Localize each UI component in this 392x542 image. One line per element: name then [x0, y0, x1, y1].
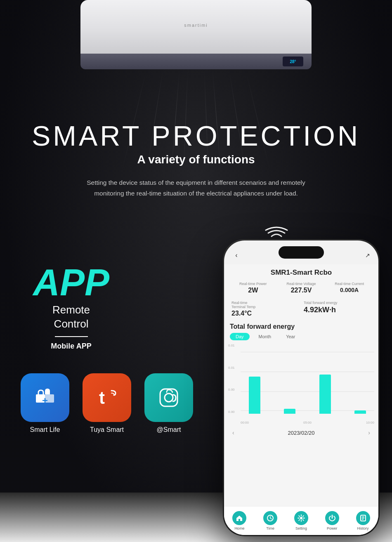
smart-life-icon-box[interactable] [21, 373, 69, 422]
stat-temp-value: 23.4°C [231, 310, 299, 317]
nav-time-label: Time [266, 526, 274, 530]
svg-point-13 [165, 394, 173, 402]
tuya-smart-label: Tuya Smart [90, 426, 124, 434]
nav-power[interactable]: Power [325, 511, 339, 530]
app-title-text: APP [33, 264, 109, 301]
stat-power-label: Real-time Power [231, 282, 275, 286]
phone-outer: ‹ ↗ SMR1-Smart Rcbo Real-time Power 2W [223, 239, 380, 536]
nav-history-icon [356, 511, 370, 525]
phone-mockup: ‹ ↗ SMR1-Smart Rcbo Real-time Power 2W [223, 239, 380, 536]
stat-voltage-value: 227.5V [280, 287, 323, 294]
bar-1 [249, 377, 260, 414]
tab-day[interactable]: Day [230, 333, 250, 340]
date-next-button[interactable]: › [368, 429, 370, 436]
bar-4 [354, 410, 366, 414]
asmart-icon-box[interactable] [144, 373, 193, 422]
nav-home-label: Home [234, 526, 244, 530]
phone-inner: ‹ ↗ SMR1-Smart Rcbo Real-time Power 2W [224, 240, 378, 535]
ac-bottom-bar: 28° [80, 54, 312, 69]
asmart-app: @Smart [144, 373, 193, 434]
chart-x-labels: 00:00 05:00 10:00 [241, 421, 374, 424]
chart-y-labels: 0.01 0.01 0.00 0.00 [228, 344, 235, 414]
remote-control-text: RemoteControl [33, 303, 109, 331]
stat-current-label: Real-time Current [328, 282, 371, 286]
tab-year[interactable]: Year [280, 333, 301, 340]
description-text: Setting the device status of the equipme… [72, 177, 320, 199]
stats-row2: Real-timeTerminal Temp 23.4°C Total forw… [224, 299, 378, 321]
nav-home-icon [232, 511, 246, 525]
x-label-3: 10:00 [366, 421, 374, 424]
title-sub: A variety of functions [0, 153, 392, 166]
chart-title: Total forward energy [224, 321, 378, 333]
x-label-1: 00:00 [241, 421, 249, 424]
main-title-block: SMART PROTECTION A variety of functions [0, 122, 392, 166]
bar-3 [319, 375, 331, 414]
stat-voltage: Real-time Voltage 227.5V [277, 280, 326, 296]
mobile-app-label: Mobile APP [33, 342, 109, 351]
chart-area: 0.01 0.01 0.00 0.00 [224, 344, 378, 426]
ac-brand-label: smartimi [184, 23, 208, 28]
tuya-icon-box[interactable]: t [83, 373, 131, 422]
phone-bottom-nav: Home Time Setting [224, 506, 378, 535]
nav-time[interactable]: Time [263, 511, 277, 530]
y-label-2: 0.01 [228, 366, 235, 370]
stat-energy-value: 4.92kW·h [304, 306, 371, 314]
date-nav: ‹ 2023/02/20 › [224, 426, 378, 439]
svg-point-15 [300, 517, 302, 519]
y-label-4: 0.00 [228, 410, 235, 414]
smart-life-label: Smart Life [30, 426, 60, 434]
stat-energy: Total forward energy 4.92kW·h [301, 299, 373, 319]
stat-current-value: 0.000A [328, 287, 371, 293]
phone-content: SMR1-Smart Rcbo Real-time Power 2W Real-… [224, 264, 378, 506]
chart-tabs: Day Month Year [224, 333, 378, 344]
y-label-1: 0.01 [228, 344, 235, 347]
stat-energy-label: Total forward energy [304, 301, 371, 305]
nav-setting-icon [294, 511, 308, 525]
chart-bars [241, 348, 374, 414]
divider-line [55, 336, 88, 337]
hero-section: smartimi 28° SMAR [0, 0, 392, 542]
stat-power: Real-time Power 2W [229, 280, 277, 296]
x-label-2: 05:00 [303, 421, 312, 424]
phone-dynamic-island [279, 246, 324, 259]
nav-power-label: Power [327, 526, 338, 530]
y-label-3: 0.00 [228, 388, 235, 391]
app-icons-row: Smart Life t Tuya Smart [21, 373, 193, 434]
phone-back-button[interactable]: ‹ [232, 251, 241, 259]
date-prev-button[interactable]: ‹ [232, 429, 234, 436]
svg-rect-9 [36, 394, 45, 403]
svg-rect-10 [45, 394, 54, 403]
tuya-smart-app: t Tuya Smart [83, 373, 131, 434]
svg-rect-12 [160, 389, 177, 406]
phone-expand-button[interactable]: ↗ [365, 252, 370, 259]
stat-power-value: 2W [231, 287, 275, 294]
app-remote-section: APP RemoteControl Mobile APP [33, 264, 109, 351]
title-main: SMART PROTECTION [0, 122, 392, 150]
nav-power-icon [325, 511, 339, 525]
stat-temp-label: Real-timeTerminal Temp [231, 301, 299, 309]
ac-display: 28° [283, 57, 303, 66]
smart-life-app: Smart Life [21, 373, 69, 434]
svg-text:t: t [99, 388, 105, 408]
stat-temp: Real-timeTerminal Temp 23.4°C [229, 299, 301, 319]
tab-month[interactable]: Month [253, 333, 277, 340]
device-name: SMR1-Smart Rcbo [224, 264, 378, 280]
bar-2 [284, 409, 295, 414]
nav-setting-label: Setting [295, 526, 307, 530]
stats-grid: Real-time Power 2W Real-time Voltage 227… [224, 280, 378, 299]
stat-current: Real-time Current 0.000A [325, 280, 373, 296]
asmart-label: @Smart [157, 426, 181, 434]
nav-time-icon [263, 511, 277, 525]
date-display: 2023/02/20 [288, 430, 314, 436]
ac-body: smartimi [80, 0, 312, 58]
nav-setting[interactable]: Setting [294, 511, 308, 530]
nav-home[interactable]: Home [232, 511, 246, 530]
stat-voltage-label: Real-time Voltage [280, 282, 323, 286]
nav-history-label: History [357, 526, 369, 530]
nav-history[interactable]: History [356, 511, 370, 530]
